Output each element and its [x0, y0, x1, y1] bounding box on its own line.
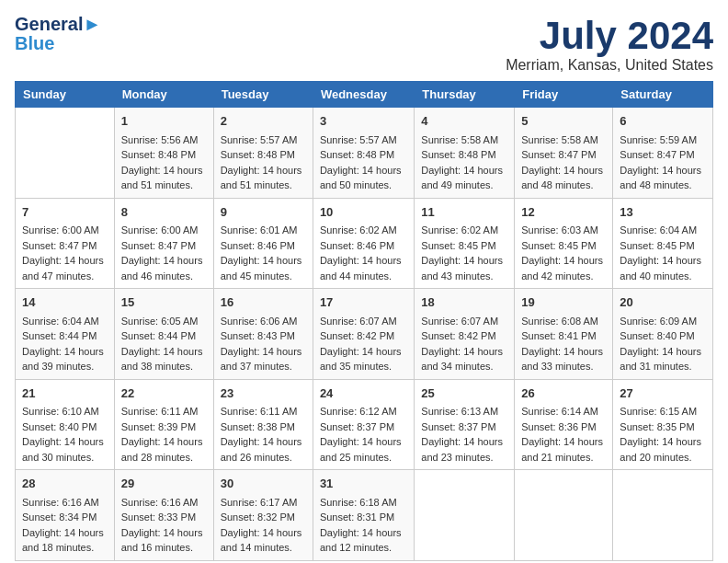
calendar-cell: 4Sunrise: 5:58 AMSunset: 8:48 PMDaylight… [415, 108, 515, 199]
sunrise-text: Sunrise: 6:16 AM [121, 495, 207, 511]
day-number: 17 [320, 293, 407, 312]
daylight-text: Daylight: 14 hours and 12 minutes. [320, 525, 407, 556]
sunset-text: Sunset: 8:44 PM [22, 328, 108, 344]
subtitle: Merriam, Kansas, United States [506, 57, 713, 74]
daylight-text: Daylight: 14 hours and 37 minutes. [221, 344, 306, 374]
sunset-text: Sunset: 8:33 PM [121, 510, 207, 525]
sunset-text: Sunset: 8:46 PM [221, 238, 306, 254]
daylight-text: Daylight: 14 hours and 25 minutes. [320, 434, 407, 465]
daylight-text: Daylight: 14 hours and 44 minutes. [320, 253, 407, 283]
calendar-cell: 17Sunrise: 6:07 AMSunset: 8:42 PMDayligh… [313, 289, 414, 380]
calendar-week-3: 14Sunrise: 6:04 AMSunset: 8:44 PMDayligh… [16, 289, 713, 380]
daylight-text: Daylight: 14 hours and 18 minutes. [22, 525, 108, 556]
sunset-text: Sunset: 8:35 PM [620, 419, 706, 435]
sunrise-text: Sunrise: 5:59 AM [620, 132, 706, 148]
sunrise-text: Sunrise: 6:10 AM [22, 404, 108, 419]
calendar-cell: 8Sunrise: 6:00 AMSunset: 8:47 PMDaylight… [114, 198, 213, 289]
daylight-text: Daylight: 14 hours and 26 minutes. [221, 434, 306, 465]
calendar-cell: 11Sunrise: 6:02 AMSunset: 8:45 PMDayligh… [415, 198, 515, 289]
calendar-cell: 10Sunrise: 6:02 AMSunset: 8:46 PMDayligh… [313, 198, 414, 289]
sunrise-text: Sunrise: 6:07 AM [421, 314, 507, 329]
sunset-text: Sunset: 8:47 PM [521, 147, 606, 163]
daylight-text: Daylight: 14 hours and 31 minutes. [620, 344, 706, 374]
day-number: 16 [221, 293, 306, 312]
sunset-text: Sunset: 8:48 PM [421, 147, 507, 163]
sunset-text: Sunset: 8:42 PM [421, 328, 507, 344]
weekday-header-saturday: Saturday [613, 82, 713, 108]
calendar-cell: 31Sunrise: 6:18 AMSunset: 8:31 PMDayligh… [313, 470, 414, 561]
sunset-text: Sunset: 8:48 PM [121, 147, 207, 163]
sunrise-text: Sunrise: 6:04 AM [22, 314, 108, 329]
calendar-cell: 19Sunrise: 6:08 AMSunset: 8:41 PMDayligh… [515, 289, 613, 380]
day-number: 14 [22, 293, 108, 312]
day-number: 10 [320, 203, 407, 222]
sunset-text: Sunset: 8:47 PM [121, 238, 207, 254]
daylight-text: Daylight: 14 hours and 47 minutes. [22, 253, 108, 283]
day-number: 1 [121, 112, 207, 131]
weekday-header-friday: Friday [515, 82, 613, 108]
sunset-text: Sunset: 8:48 PM [221, 147, 306, 163]
sunrise-text: Sunrise: 6:07 AM [320, 314, 407, 329]
title-block: July 2024 Merriam, Kansas, United States [506, 15, 713, 74]
day-number: 13 [620, 203, 706, 222]
sunset-text: Sunset: 8:34 PM [22, 510, 108, 525]
calendar-cell: 12Sunrise: 6:03 AMSunset: 8:45 PMDayligh… [515, 198, 613, 289]
sunrise-text: Sunrise: 6:18 AM [320, 495, 407, 511]
sunrise-text: Sunrise: 6:00 AM [22, 223, 108, 238]
sunrise-text: Sunrise: 6:00 AM [121, 223, 207, 238]
day-number: 19 [521, 293, 606, 312]
day-number: 28 [22, 475, 108, 493]
calendar-header: SundayMondayTuesdayWednesdayThursdayFrid… [16, 82, 713, 108]
calendar-cell: 16Sunrise: 6:06 AMSunset: 8:43 PMDayligh… [213, 289, 313, 380]
sunrise-text: Sunrise: 6:13 AM [421, 404, 507, 419]
calendar-cell: 13Sunrise: 6:04 AMSunset: 8:45 PMDayligh… [613, 198, 713, 289]
day-number: 11 [421, 203, 507, 222]
calendar-cell: 9Sunrise: 6:01 AMSunset: 8:46 PMDaylight… [213, 198, 313, 289]
day-number: 2 [221, 112, 306, 131]
sunrise-text: Sunrise: 5:56 AM [121, 132, 207, 148]
sunset-text: Sunset: 8:32 PM [221, 510, 306, 525]
day-number: 27 [620, 385, 706, 403]
calendar-week-2: 7Sunrise: 6:00 AMSunset: 8:47 PMDaylight… [16, 198, 713, 289]
calendar-cell: 28Sunrise: 6:16 AMSunset: 8:34 PMDayligh… [16, 470, 115, 561]
weekday-header-thursday: Thursday [415, 82, 515, 108]
sunset-text: Sunset: 8:45 PM [521, 238, 606, 254]
sunset-text: Sunset: 8:42 PM [320, 328, 407, 344]
sunrise-text: Sunrise: 6:09 AM [620, 314, 706, 329]
sunrise-text: Sunrise: 5:57 AM [221, 132, 306, 148]
sunrise-text: Sunrise: 6:12 AM [320, 404, 407, 419]
sunrise-text: Sunrise: 6:06 AM [221, 314, 306, 329]
sunrise-text: Sunrise: 6:02 AM [320, 223, 407, 238]
daylight-text: Daylight: 14 hours and 38 minutes. [121, 344, 207, 374]
calendar-cell: 15Sunrise: 6:05 AMSunset: 8:44 PMDayligh… [114, 289, 213, 380]
day-number: 5 [521, 112, 606, 131]
calendar-cell [613, 470, 713, 561]
daylight-text: Daylight: 14 hours and 49 minutes. [421, 163, 507, 193]
daylight-text: Daylight: 14 hours and 46 minutes. [121, 253, 207, 283]
day-number: 21 [22, 385, 108, 403]
calendar-cell: 22Sunrise: 6:11 AMSunset: 8:39 PMDayligh… [114, 379, 213, 470]
weekday-header-tuesday: Tuesday [213, 82, 313, 108]
day-number: 12 [521, 203, 606, 222]
sunrise-text: Sunrise: 5:58 AM [521, 132, 606, 148]
calendar-cell: 20Sunrise: 6:09 AMSunset: 8:40 PMDayligh… [613, 289, 713, 380]
day-number: 9 [221, 203, 306, 222]
calendar-cell: 18Sunrise: 6:07 AMSunset: 8:42 PMDayligh… [415, 289, 515, 380]
day-number: 7 [22, 203, 108, 222]
daylight-text: Daylight: 14 hours and 51 minutes. [121, 163, 207, 193]
daylight-text: Daylight: 14 hours and 28 minutes. [121, 434, 207, 465]
calendar-cell: 6Sunrise: 5:59 AMSunset: 8:47 PMDaylight… [613, 108, 713, 199]
sunset-text: Sunset: 8:43 PM [221, 328, 306, 344]
sunrise-text: Sunrise: 6:03 AM [521, 223, 606, 238]
day-number: 15 [121, 293, 207, 312]
day-number: 24 [320, 385, 407, 403]
daylight-text: Daylight: 14 hours and 50 minutes. [320, 163, 407, 193]
daylight-text: Daylight: 14 hours and 43 minutes. [421, 253, 507, 283]
sunset-text: Sunset: 8:44 PM [121, 328, 207, 344]
sunrise-text: Sunrise: 6:08 AM [521, 314, 606, 329]
page-header: General► Blue July 2024 Merriam, Kansas,… [15, 15, 713, 74]
sunset-text: Sunset: 8:47 PM [22, 238, 108, 254]
calendar-cell [16, 108, 115, 199]
daylight-text: Daylight: 14 hours and 23 minutes. [421, 434, 507, 465]
daylight-text: Daylight: 14 hours and 34 minutes. [421, 344, 507, 374]
